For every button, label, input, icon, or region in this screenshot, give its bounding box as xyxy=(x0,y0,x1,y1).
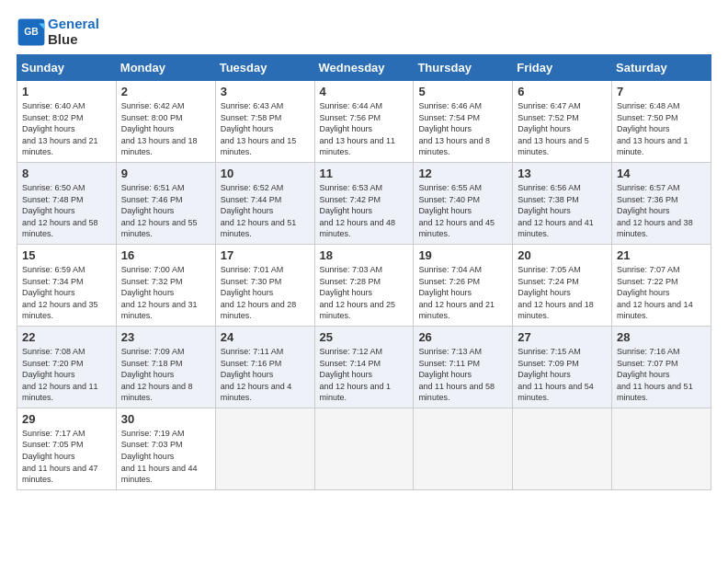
calendar-cell xyxy=(314,408,414,489)
logo-text: GeneralBlue xyxy=(48,17,99,47)
calendar-cell: 20Sunrise: 7:05 AMSunset: 7:24 PMDayligh… xyxy=(513,244,612,326)
calendar-cell: 4Sunrise: 6:44 AMSunset: 7:56 PMDaylight… xyxy=(314,81,414,163)
calendar-cell: 3Sunrise: 6:43 AMSunset: 7:58 PMDaylight… xyxy=(215,81,314,163)
day-info: Sunrise: 6:43 AMSunset: 7:58 PMDaylight … xyxy=(221,100,310,158)
calendar-cell: 13Sunrise: 6:56 AMSunset: 7:38 PMDayligh… xyxy=(513,162,612,244)
day-number: 2 xyxy=(121,85,210,98)
logo: GB GeneralBlue xyxy=(17,17,99,47)
day-info: Sunrise: 7:01 AMSunset: 7:30 PMDaylight … xyxy=(221,264,310,322)
calendar-cell: 25Sunrise: 7:12 AMSunset: 7:14 PMDayligh… xyxy=(314,326,414,408)
day-info: Sunrise: 7:17 AMSunset: 7:05 PMDaylight … xyxy=(22,428,111,486)
day-number: 15 xyxy=(22,248,111,262)
calendar-cell: 15Sunrise: 6:59 AMSunset: 7:34 PMDayligh… xyxy=(17,244,117,326)
day-info: Sunrise: 6:59 AMSunset: 7:34 PMDaylight … xyxy=(22,264,111,322)
calendar-cell: 12Sunrise: 6:55 AMSunset: 7:40 PMDayligh… xyxy=(414,162,513,244)
day-info: Sunrise: 7:03 AMSunset: 7:28 PMDaylight … xyxy=(320,264,409,322)
day-info: Sunrise: 6:50 AMSunset: 7:48 PMDaylight … xyxy=(22,182,111,240)
weekday-sunday: Sunday xyxy=(17,55,117,81)
day-number: 20 xyxy=(518,248,607,262)
day-info: Sunrise: 7:19 AMSunset: 7:03 PMDaylight … xyxy=(121,428,210,486)
day-number: 14 xyxy=(617,167,706,180)
day-info: Sunrise: 7:09 AMSunset: 7:18 PMDaylight … xyxy=(121,346,210,404)
calendar-cell: 1Sunrise: 6:40 AMSunset: 8:02 PMDaylight… xyxy=(17,81,117,163)
weekday-tuesday: Tuesday xyxy=(215,55,314,81)
calendar-cell: 9Sunrise: 6:51 AMSunset: 7:46 PMDaylight… xyxy=(116,162,215,244)
weekday-saturday: Saturday xyxy=(612,55,711,81)
day-info: Sunrise: 7:05 AMSunset: 7:24 PMDaylight … xyxy=(518,264,607,322)
weekday-friday: Friday xyxy=(513,55,612,81)
day-number: 5 xyxy=(418,85,507,98)
weekday-thursday: Thursday xyxy=(414,55,513,81)
day-number: 21 xyxy=(617,248,706,262)
weekday-wednesday: Wednesday xyxy=(314,55,414,81)
day-number: 1 xyxy=(22,85,111,98)
day-number: 12 xyxy=(418,167,507,180)
header: GB GeneralBlue xyxy=(17,17,711,47)
calendar-week-row: 8Sunrise: 6:50 AMSunset: 7:48 PMDaylight… xyxy=(17,162,711,244)
weekday-monday: Monday xyxy=(116,55,215,81)
calendar-week-row: 22Sunrise: 7:08 AMSunset: 7:20 PMDayligh… xyxy=(17,326,711,408)
day-number: 28 xyxy=(617,330,706,344)
day-info: Sunrise: 6:51 AMSunset: 7:46 PMDaylight … xyxy=(121,182,210,240)
day-number: 24 xyxy=(221,330,310,344)
calendar-cell: 19Sunrise: 7:04 AMSunset: 7:26 PMDayligh… xyxy=(414,244,513,326)
day-info: Sunrise: 6:48 AMSunset: 7:50 PMDaylight … xyxy=(617,100,706,158)
day-number: 16 xyxy=(121,248,210,262)
day-number: 8 xyxy=(22,167,111,180)
calendar-cell: 23Sunrise: 7:09 AMSunset: 7:18 PMDayligh… xyxy=(116,326,215,408)
day-number: 11 xyxy=(320,167,409,180)
day-number: 10 xyxy=(221,167,310,180)
calendar-cell: 17Sunrise: 7:01 AMSunset: 7:30 PMDayligh… xyxy=(215,244,314,326)
day-info: Sunrise: 6:52 AMSunset: 7:44 PMDaylight … xyxy=(221,182,310,240)
calendar-cell: 16Sunrise: 7:00 AMSunset: 7:32 PMDayligh… xyxy=(116,244,215,326)
calendar-cell: 30Sunrise: 7:19 AMSunset: 7:03 PMDayligh… xyxy=(116,408,215,489)
day-info: Sunrise: 7:11 AMSunset: 7:16 PMDaylight … xyxy=(221,346,310,404)
calendar-cell xyxy=(414,408,513,489)
day-number: 6 xyxy=(518,85,607,98)
day-number: 22 xyxy=(22,330,111,344)
day-info: Sunrise: 6:46 AMSunset: 7:54 PMDaylight … xyxy=(418,100,507,158)
day-number: 23 xyxy=(121,330,210,344)
calendar-cell xyxy=(215,408,314,489)
day-number: 4 xyxy=(320,85,409,98)
calendar-cell: 11Sunrise: 6:53 AMSunset: 7:42 PMDayligh… xyxy=(314,162,414,244)
calendar-cell xyxy=(612,408,711,489)
calendar-cell: 24Sunrise: 7:11 AMSunset: 7:16 PMDayligh… xyxy=(215,326,314,408)
day-number: 30 xyxy=(121,412,210,426)
calendar-cell: 7Sunrise: 6:48 AMSunset: 7:50 PMDaylight… xyxy=(612,81,711,163)
calendar-cell: 18Sunrise: 7:03 AMSunset: 7:28 PMDayligh… xyxy=(314,244,414,326)
calendar-page: GB GeneralBlue SundayMondayTuesdayWednes… xyxy=(0,0,728,563)
day-info: Sunrise: 7:16 AMSunset: 7:07 PMDaylight … xyxy=(617,346,706,404)
calendar-cell: 28Sunrise: 7:16 AMSunset: 7:07 PMDayligh… xyxy=(612,326,711,408)
logo-icon: GB xyxy=(17,17,46,47)
calendar-week-row: 15Sunrise: 6:59 AMSunset: 7:34 PMDayligh… xyxy=(17,244,711,326)
calendar-cell: 27Sunrise: 7:15 AMSunset: 7:09 PMDayligh… xyxy=(513,326,612,408)
day-number: 27 xyxy=(518,330,607,344)
day-number: 18 xyxy=(320,248,409,262)
day-info: Sunrise: 7:04 AMSunset: 7:26 PMDaylight … xyxy=(418,264,507,322)
calendar-week-row: 29Sunrise: 7:17 AMSunset: 7:05 PMDayligh… xyxy=(17,408,711,489)
day-number: 7 xyxy=(617,85,706,98)
day-info: Sunrise: 7:15 AMSunset: 7:09 PMDaylight … xyxy=(518,346,607,404)
day-info: Sunrise: 6:47 AMSunset: 7:52 PMDaylight … xyxy=(518,100,607,158)
calendar-cell: 29Sunrise: 7:17 AMSunset: 7:05 PMDayligh… xyxy=(17,408,117,489)
svg-text:GB: GB xyxy=(24,27,39,37)
calendar-cell: 5Sunrise: 6:46 AMSunset: 7:54 PMDaylight… xyxy=(414,81,513,163)
day-info: Sunrise: 6:53 AMSunset: 7:42 PMDaylight … xyxy=(320,182,409,240)
day-info: Sunrise: 7:08 AMSunset: 7:20 PMDaylight … xyxy=(22,346,111,404)
day-info: Sunrise: 7:07 AMSunset: 7:22 PMDaylight … xyxy=(617,264,706,322)
day-info: Sunrise: 6:40 AMSunset: 8:02 PMDaylight … xyxy=(22,100,111,158)
day-info: Sunrise: 6:57 AMSunset: 7:36 PMDaylight … xyxy=(617,182,706,240)
calendar-cell xyxy=(513,408,612,489)
day-number: 19 xyxy=(418,248,507,262)
day-info: Sunrise: 6:44 AMSunset: 7:56 PMDaylight … xyxy=(320,100,409,158)
day-number: 3 xyxy=(221,85,310,98)
weekday-header-row: SundayMondayTuesdayWednesdayThursdayFrid… xyxy=(17,55,711,81)
calendar-cell: 8Sunrise: 6:50 AMSunset: 7:48 PMDaylight… xyxy=(17,162,117,244)
calendar-table: SundayMondayTuesdayWednesdayThursdayFrid… xyxy=(17,54,711,490)
day-number: 13 xyxy=(518,167,607,180)
calendar-cell: 14Sunrise: 6:57 AMSunset: 7:36 PMDayligh… xyxy=(612,162,711,244)
day-info: Sunrise: 7:13 AMSunset: 7:11 PMDaylight … xyxy=(418,346,507,404)
calendar-cell: 2Sunrise: 6:42 AMSunset: 8:00 PMDaylight… xyxy=(116,81,215,163)
calendar-cell: 10Sunrise: 6:52 AMSunset: 7:44 PMDayligh… xyxy=(215,162,314,244)
